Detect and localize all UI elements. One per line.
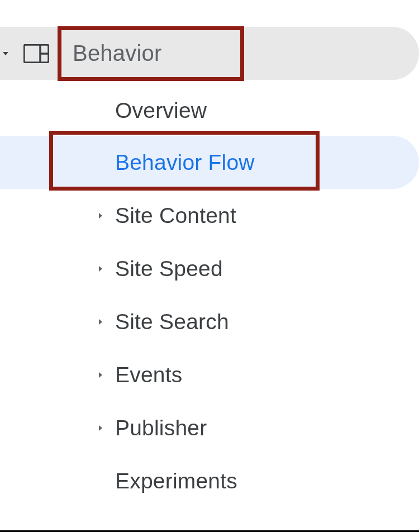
expand-caret-icon [94,315,107,329]
expand-caret-icon [94,368,107,382]
collapse-caret-icon [0,48,11,59]
nav-item-overview[interactable]: Overview [0,86,419,136]
nav-item-label: Overview [115,98,207,123]
nav-item-label: Events [115,363,182,387]
nav-item-label: Behavior Flow [115,150,255,175]
nav-item-events[interactable]: Events [0,348,419,401]
nav-section-label: Behavior [73,41,161,66]
nav-item-publisher[interactable]: Publisher [0,401,419,454]
nav-item-label: Site Search [115,310,229,334]
behavior-submenu: Overview Behavior Flow Site Content Site… [0,86,419,507]
behavior-section-icon [22,43,50,64]
expand-caret-icon [94,209,107,222]
nav-item-label: Publisher [115,416,207,440]
expand-caret-icon [94,421,107,435]
nav-item-label: Site Speed [115,256,223,281]
nav-section-behavior[interactable]: Behavior [0,27,419,80]
nav-item-label: Experiments [115,469,237,493]
nav-item-site-search[interactable]: Site Search [0,295,419,348]
nav-item-behavior-flow[interactable]: Behavior Flow [0,136,419,189]
nav-item-label: Site Content [115,203,236,228]
nav-item-site-speed[interactable]: Site Speed [0,242,419,295]
behavior-nav: Behavior Overview Behavior Flow Site Con… [0,27,419,507]
cropped-previous-row [0,0,419,7]
nav-item-experiments[interactable]: Experiments [0,454,419,507]
nav-item-site-content[interactable]: Site Content [0,189,419,242]
expand-caret-icon [94,262,107,276]
